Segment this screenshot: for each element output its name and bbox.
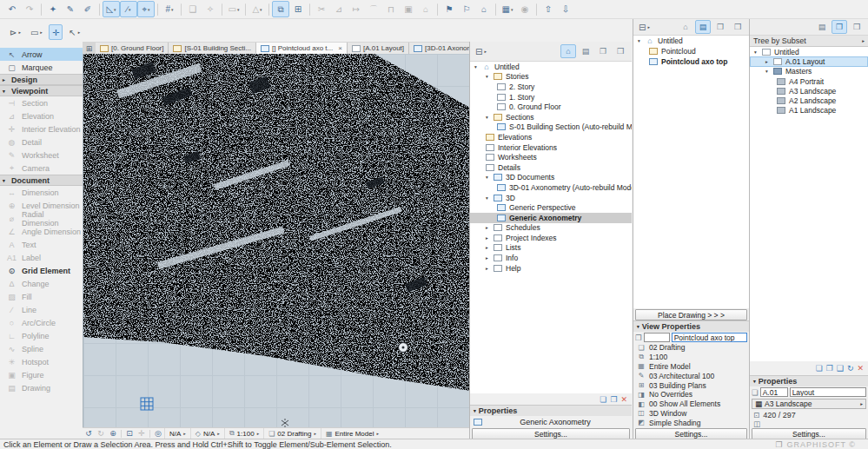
project-map[interactable]: ⌂	[678, 20, 693, 34]
undo[interactable]: ↶	[3, 1, 21, 17]
tree-row[interactable]: 3D-01 Axonometry (Auto-rebuild Model)	[470, 182, 632, 193]
tree-row[interactable]: Details	[470, 162, 632, 173]
group-design[interactable]: ▸Design	[0, 74, 83, 85]
layer-combination[interactable]: ❏02 Drafting	[633, 343, 749, 353]
stretch[interactable]: ↦	[348, 1, 365, 17]
view-type[interactable]: ◫3D Window	[633, 409, 749, 419]
split[interactable]: ✂	[313, 1, 330, 17]
view-map[interactable]: ▤	[695, 20, 711, 34]
tree-row[interactable]: Generic Perspective	[470, 202, 632, 213]
expand-arrow-icon[interactable]: ▾	[474, 64, 482, 69]
tool-polyline[interactable]: ∟Polyline	[0, 329, 83, 342]
redo[interactable]: ↷	[21, 1, 38, 17]
view-name-field[interactable]: Pointcloud axo top	[672, 333, 747, 342]
close-tab-icon[interactable]: ×	[338, 44, 342, 52]
tab-overview-button[interactable]: ⊞	[83, 43, 96, 54]
toolbar-icon[interactable]	[181, 3, 182, 16]
tool-marquee[interactable]: ▢Marquee	[0, 61, 83, 74]
pen-set[interactable]: ✎03 Architectural 100	[633, 371, 749, 380]
tree-row[interactable]: Worksheets	[470, 152, 632, 162]
tree-row[interactable]: A1 Landscape	[750, 106, 868, 116]
master-layout-dropdown[interactable]: ▦A3 Landscape▸	[752, 399, 866, 409]
tree-row[interactable]: Interior Elevations	[470, 142, 632, 153]
schedule-table[interactable]: ⊞	[289, 1, 307, 17]
update-drawing[interactable]: ↻	[847, 364, 854, 373]
tree-row[interactable]: Elevations	[470, 132, 632, 142]
tree-row[interactable]: Pointcloud	[633, 46, 749, 56]
tab-3d-axonometry[interactable]: [3D-01 Axonometry]	[409, 43, 469, 54]
pan[interactable]: ✛	[136, 429, 148, 438]
tree-row[interactable]: Pointcloud axo top	[633, 56, 749, 67]
tree-row[interactable]: 2. Story	[470, 82, 632, 92]
tree-row[interactable]: ▸Schedules	[470, 223, 632, 234]
adjust[interactable]: ⊿	[330, 1, 348, 17]
save-current-view[interactable]: ❐	[610, 395, 617, 404]
expand-arrow-icon[interactable]: ▾	[486, 74, 494, 79]
organizer-chooser-button[interactable]: ⊟▸	[637, 21, 652, 34]
model-view-options[interactable]: ⊞03 Building Plans	[633, 380, 749, 390]
expand-arrow-icon[interactable]: ▾	[486, 195, 494, 201]
expand-arrow-icon[interactable]: ▸	[486, 245, 494, 250]
tool-change[interactable]: ΔChange	[0, 277, 83, 290]
view-map[interactable]: ▤	[814, 20, 830, 34]
tree-row[interactable]: A2 Landscape	[750, 96, 868, 105]
tree-by-subset-dropdown[interactable]: Tree by Subset▸	[750, 36, 868, 47]
group-document[interactable]: ▾Document	[0, 175, 83, 186]
group-viewpoint[interactable]: ▾Viewpoint	[0, 85, 83, 96]
arrow-dropdown[interactable]: ↖▸	[65, 24, 83, 40]
expand-arrow-icon[interactable]: ▾	[486, 115, 494, 120]
toolbar-icon[interactable]	[309, 3, 310, 16]
delete-view[interactable]: ✕	[620, 395, 627, 404]
tool-drawing[interactable]: ▤Drawing	[0, 381, 83, 394]
fillet-chamfer[interactable]: ⌒	[365, 1, 382, 17]
tool-arc[interactable]: ○Arc/Circle	[0, 316, 83, 329]
tool-spline[interactable]: ∿Spline	[0, 342, 83, 355]
guide-lines[interactable]: ◺▾	[103, 1, 120, 17]
tree-row[interactable]: ▾3D	[470, 193, 632, 203]
structure-display[interactable]: ▦Entire Model	[633, 362, 749, 372]
pick-up-parameters[interactable]: ✎	[62, 1, 79, 17]
tree-row[interactable]: 0. Ground Floor	[470, 102, 632, 112]
suspend-groups[interactable]: ❑	[184, 1, 202, 17]
zoom-box[interactable]: ◎	[152, 429, 164, 438]
intersect[interactable]: ⊓	[382, 1, 400, 17]
view-control-icon[interactable]	[121, 430, 122, 438]
project-map[interactable]: ⌂	[560, 44, 576, 58]
view-properties-header[interactable]: ▾View Properties	[633, 320, 749, 332]
navigator-properties-header[interactable]: ▾Properties	[470, 405, 632, 416]
expand-arrow-icon[interactable]: ▸	[486, 255, 494, 261]
layout-book[interactable]: ❐	[832, 20, 847, 34]
selection-dropdown[interactable]: ⊳▸	[6, 24, 24, 40]
expand-arrow-icon[interactable]: ▸	[765, 59, 773, 64]
trace-reference[interactable]: ⧉	[272, 1, 289, 17]
tool-dimension[interactable]: ↔Dimension	[0, 186, 83, 199]
tab-pointcloud-axo[interactable]: [] Pointcloud axo t...×	[256, 43, 348, 54]
publisher[interactable]: ❒	[849, 20, 865, 34]
tool-figure[interactable]: ▣Figure	[0, 368, 83, 381]
tree-row[interactable]: ▾⌂Untitled	[633, 36, 749, 46]
layout-book[interactable]: ❐	[595, 44, 611, 58]
tool-interior-elevation[interactable]: ✛Interior Elevation	[0, 122, 83, 135]
tool-detail[interactable]: ◍Detail	[0, 135, 83, 149]
tree-row[interactable]: ▾Sections	[470, 112, 632, 122]
tool-grid-element[interactable]: ⊙Grid Element	[0, 264, 83, 277]
tool-angle-dimension[interactable]: ∠Angle Dimension	[0, 225, 83, 238]
tree-row[interactable]: ▸Info	[470, 253, 632, 263]
camera-settings[interactable]: ◉	[516, 1, 533, 17]
tool-fill[interactable]: ▨Fill	[0, 290, 83, 303]
tool-section[interactable]: ⊣Section	[0, 96, 83, 109]
expand-arrow-icon[interactable]: ▾	[486, 175, 494, 180]
tree-row[interactable]: ▸Help	[470, 263, 632, 274]
publisher[interactable]: ❒	[613, 44, 628, 58]
tool-camera[interactable]: ⌖Camera	[0, 162, 83, 175]
offset[interactable]: ▣	[400, 1, 417, 17]
tree-row[interactable]: ▸Lists	[470, 243, 632, 254]
scale[interactable]: ⧉1:100▸	[224, 428, 263, 439]
new-view-folder[interactable]: ❏	[600, 395, 606, 404]
new-subset[interactable]: ❑	[837, 364, 844, 373]
expand-arrow-icon[interactable]: ▸	[486, 235, 494, 241]
zoom-increase[interactable]: ⊕	[107, 429, 119, 438]
fit-in-window[interactable]: ⊡	[123, 429, 136, 438]
tree-row[interactable]: ▾Masters	[750, 67, 868, 76]
tool-worksheet[interactable]: ✎Worksheet	[0, 149, 83, 162]
